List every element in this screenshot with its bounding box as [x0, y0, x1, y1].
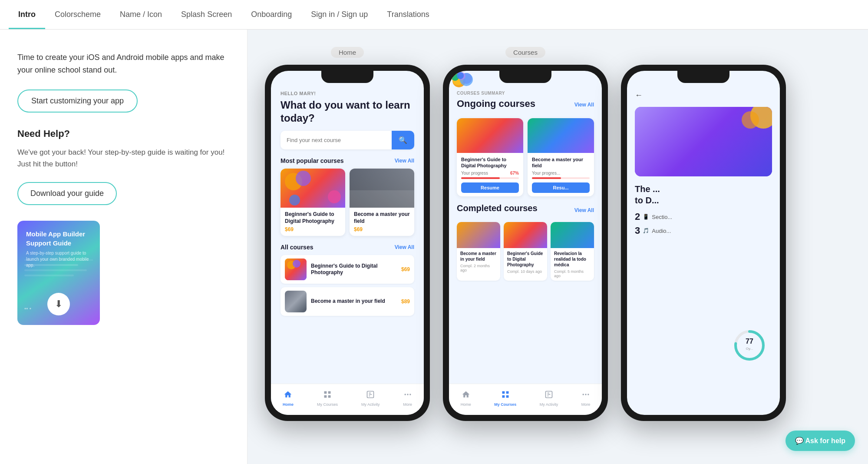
svg-text:Oy...: Oy...: [746, 347, 753, 351]
resume-btn-2[interactable]: Resu...: [532, 182, 590, 193]
progress-bar-bg-2: [532, 177, 590, 179]
completed-card-2-img: [504, 222, 547, 248]
stat-1-num: 2: [635, 211, 640, 222]
popular-section-header: Most popular courses View All: [281, 157, 414, 164]
search-bar[interactable]: 🔍: [281, 131, 414, 149]
completed-view-all[interactable]: View All: [574, 207, 594, 213]
phone-third-column: Detail ← The ...to D...: [621, 47, 786, 421]
completed-card-1[interactable]: Become a master in your field Compl. 2 m…: [457, 222, 500, 281]
guide-card[interactable]: Mobile App Builder Support Guide A step-…: [17, 221, 100, 325]
all-course-2[interactable]: Become a master in your field $89: [281, 287, 414, 316]
intro-text: Time to create your iOS and Android mobi…: [17, 51, 230, 76]
ongoing-cards: Beginner's Guide to Digital Photography …: [457, 118, 594, 196]
completed-card-1-body: Become a master in your field Compl. 2 m…: [457, 248, 500, 275]
phone-home-frame: HELLO MARY! What do you want to learn to…: [265, 65, 430, 421]
popular-course-1-img: [281, 169, 345, 208]
all-courses-list: Beginner's Guide to Digital Photography …: [281, 255, 414, 316]
completed-card-2[interactable]: Beginner's Guide to Digital Photography …: [504, 222, 547, 281]
stat-1-icon: 📱: [643, 214, 649, 220]
course-detail-title: The ...to D...: [635, 183, 772, 206]
popular-view-all[interactable]: View All: [395, 158, 414, 164]
svg-point-14: [585, 394, 586, 395]
ask-help-button[interactable]: 💬 Ask for help: [785, 431, 855, 451]
search-button[interactable]: 🔍: [392, 131, 414, 149]
download-guide-button[interactable]: Download your guide: [17, 182, 117, 205]
search-input[interactable]: [281, 132, 392, 149]
all-course-2-thumb: [285, 291, 307, 312]
popular-course-1-name: Beginner's Guide to Digital Photography: [285, 211, 341, 225]
courses-nav-my-courses-label: My Courses: [494, 402, 516, 407]
svg-rect-9: [506, 391, 508, 394]
ongoing-title: Ongoing courses: [457, 98, 535, 109]
progress-pct-1: 67%: [510, 171, 519, 176]
all-courses-view-all[interactable]: View All: [395, 244, 414, 250]
svg-rect-2: [324, 395, 327, 398]
main-layout: Time to create your iOS and Android mobi…: [0, 30, 868, 464]
nav-more-label: More: [403, 402, 412, 407]
back-arrow[interactable]: ←: [635, 91, 772, 100]
nav-home[interactable]: Home: [283, 390, 294, 407]
home-icon: [284, 390, 292, 401]
guide-card-title: Mobile App Builder Support Guide: [26, 229, 91, 248]
third-screen-content: ← The ...to D... 2 📱: [627, 71, 780, 236]
all-course-1[interactable]: Beginner's Guide to Digital Photography …: [281, 255, 414, 284]
ongoing-card-2[interactable]: Become a master your field Your progres.…: [528, 118, 594, 196]
completed-card-3-date: Compl. 5 months ago: [554, 269, 591, 278]
all-courses-header: All courses View All: [281, 244, 414, 251]
progress-bar-fill-2: [532, 177, 561, 179]
popular-course-1-price: $69: [285, 226, 341, 232]
completed-card-3[interactable]: Revelacion la realidad la todo médica Co…: [551, 222, 594, 281]
resume-btn-1[interactable]: Resume: [461, 182, 519, 193]
phone-home-screen: HELLO MARY! What do you want to learn to…: [271, 71, 424, 415]
ongoing-card-1-img: [457, 118, 523, 153]
navigation-tabs: Intro Colorscheme Name / Icon Splash Scr…: [0, 0, 868, 30]
phone-courses-screen: COURSES SUMMARY Ongoing courses View All: [449, 71, 602, 415]
customize-app-button[interactable]: Start customizing your app: [17, 89, 138, 113]
courses-nav-home[interactable]: Home: [461, 390, 471, 407]
tab-colorscheme[interactable]: Colorscheme: [45, 0, 110, 29]
popular-course-2[interactable]: Become a master your field $69: [350, 169, 414, 236]
ongoing-card-2-name: Become a master your field: [532, 156, 590, 169]
popular-course-2-price: $69: [354, 226, 410, 232]
svg-rect-10: [502, 395, 505, 398]
phones-area: Home HELLO MARY! What do you want to lea…: [248, 30, 868, 464]
courses-nav-more[interactable]: More: [581, 390, 591, 407]
nav-activity[interactable]: My Activity: [361, 390, 380, 407]
phone-courses-frame: COURSES SUMMARY Ongoing courses View All: [443, 65, 608, 421]
progress-row-1: Your progress 67%: [461, 171, 519, 176]
svg-rect-3: [328, 395, 331, 398]
courses-nav-activity[interactable]: My Activity: [540, 390, 558, 407]
progress-bar-bg-1: [461, 177, 519, 179]
tab-onboarding[interactable]: Onboarding: [241, 0, 301, 29]
progress-label-1: Your progress: [461, 171, 488, 176]
courses-nav-home-icon: [462, 390, 470, 401]
tab-translations[interactable]: Translations: [377, 0, 439, 29]
completed-card-1-name: Become a master in your field: [460, 251, 497, 262]
courses-nav-my-courses[interactable]: My Courses: [494, 390, 516, 407]
tab-name-icon[interactable]: Name / Icon: [110, 0, 172, 29]
svg-rect-1: [328, 391, 331, 394]
popular-course-1[interactable]: Beginner's Guide to Digital Photography …: [281, 169, 345, 236]
courses-nav-more-label: More: [581, 402, 591, 407]
svg-rect-8: [502, 391, 505, 394]
nav-my-courses[interactable]: My Courses: [317, 390, 338, 407]
svg-point-5: [404, 394, 406, 395]
tab-sign-in[interactable]: Sign in / Sign up: [301, 0, 377, 29]
phone-notch-1: [321, 71, 373, 83]
ongoing-card-1[interactable]: Beginner's Guide to Digital Photography …: [457, 118, 523, 196]
nav-more[interactable]: More: [403, 390, 412, 407]
progress-label-2: Your progres...: [532, 171, 560, 176]
completed-card-2-date: Compl. 10 days ago: [507, 269, 544, 274]
tab-splash-screen[interactable]: Splash Screen: [172, 0, 241, 29]
guide-download-icon[interactable]: ⬇: [47, 293, 70, 315]
left-panel: Time to create your iOS and Android mobi…: [0, 30, 248, 464]
popular-course-2-body: Become a master your field $69: [350, 208, 414, 236]
svg-point-6: [407, 394, 408, 395]
phone-courses-label: Courses: [505, 47, 545, 58]
ongoing-view-all[interactable]: View All: [574, 102, 594, 108]
activity-icon: [366, 390, 375, 401]
popular-course-2-img: [350, 169, 414, 208]
tab-intro[interactable]: Intro: [9, 0, 45, 29]
home-screen-content: HELLO MARY! What do you want to learn to…: [271, 71, 424, 415]
phone-home-label: Home: [331, 47, 364, 58]
